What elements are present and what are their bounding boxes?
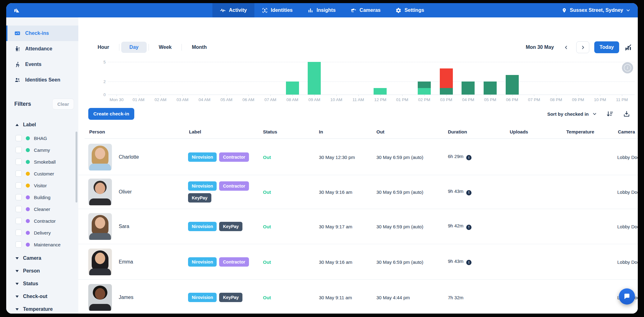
- label-filter-cammy[interactable]: Cammy: [16, 144, 61, 156]
- x-axis-tick: [556, 95, 556, 96]
- avatar[interactable]: [88, 213, 112, 240]
- label-filter-text: Cleaner: [34, 207, 50, 212]
- checkbox[interactable]: [16, 241, 22, 248]
- tab-activity[interactable]: Activity: [212, 3, 254, 17]
- label-filter-text: Building: [34, 195, 50, 200]
- filter-section-temperature[interactable]: Temperature: [16, 306, 53, 312]
- sidebar-item-identities-seen[interactable]: Identities Seen: [6, 72, 78, 88]
- avatar[interactable]: [88, 284, 112, 311]
- next-day-button[interactable]: [576, 41, 589, 53]
- checkbox[interactable]: [16, 194, 22, 200]
- checkbox[interactable]: [16, 182, 22, 189]
- avatar-shirt: [89, 164, 111, 170]
- y-axis-tick-label: 2: [87, 79, 106, 84]
- tab-insights[interactable]: Insights: [300, 3, 343, 17]
- label-badge-nirovision: Nirovision: [188, 222, 217, 231]
- table-row[interactable]: CharlotteNirovisionContractorOut30 May 1…: [78, 139, 638, 175]
- sidebar-item-check-ins[interactable]: Check-ins: [6, 26, 78, 41]
- tab-cameras[interactable]: Cameras: [343, 3, 388, 17]
- x-axis-tick-label: 10 PM: [594, 97, 606, 102]
- label-badge-nirovision: Nirovision: [188, 152, 217, 162]
- tab-label: Settings: [404, 7, 424, 13]
- range-tab-month[interactable]: Month: [184, 42, 215, 53]
- label-filter-bhag[interactable]: BHAG: [16, 132, 61, 144]
- avatar-face: [95, 148, 105, 159]
- create-checkin-button[interactable]: Create check-in: [88, 108, 134, 120]
- sort-dropdown[interactable]: Sort by checked in: [547, 111, 597, 117]
- label-filter-building[interactable]: Building: [16, 191, 61, 203]
- person-name: James: [119, 295, 133, 300]
- table-row[interactable]: OliverNirovisionContractorKeyPayOut30 Ma…: [78, 175, 638, 209]
- x-axis-tick-label: 06 AM: [242, 97, 254, 102]
- info-icon[interactable]: !: [466, 155, 472, 160]
- tab-settings[interactable]: Settings: [388, 3, 431, 17]
- sidebar-scrollbar[interactable]: [76, 132, 77, 203]
- info-icon[interactable]: !: [466, 190, 472, 195]
- sort-descending-icon[interactable]: [606, 110, 614, 118]
- collapse-triangle-icon: [16, 124, 19, 126]
- filter-section-status[interactable]: Status: [16, 281, 38, 287]
- filter-section-camera[interactable]: Camera: [16, 255, 41, 261]
- bar-checked-out-dark-green: [506, 75, 519, 95]
- chart-info-badge[interactable]: i: [622, 62, 633, 73]
- label-filter-contractor[interactable]: Contractor: [16, 215, 61, 227]
- label-filter-smokeball[interactable]: Smokeball: [16, 156, 61, 168]
- checkbox[interactable]: [16, 230, 22, 236]
- download-icon[interactable]: [623, 110, 630, 118]
- avatar[interactable]: [88, 249, 112, 275]
- range-tab-hour[interactable]: Hour: [90, 42, 117, 53]
- label-filter-list: BHAGCammySmokeballCustomerVisitorBuildin…: [16, 132, 61, 250]
- filter-section-person[interactable]: Person: [16, 268, 40, 274]
- table-header: PersonLabelStatusInOutDurationUploadsTem…: [78, 129, 638, 138]
- tab-identities[interactable]: Identities: [254, 3, 300, 17]
- checkbox[interactable]: [16, 206, 22, 212]
- sidebar-item-attendance[interactable]: Attendance: [6, 41, 78, 57]
- label-filter-text: Maintenance: [34, 242, 61, 247]
- label-filter-visitor[interactable]: Visitor: [16, 179, 61, 191]
- sidebar-item-events[interactable]: Events: [6, 57, 78, 72]
- checkbox[interactable]: [16, 170, 22, 177]
- checkout-time: 30 May 4:44 pm: [376, 295, 410, 300]
- x-axis-tick: [512, 95, 513, 96]
- clear-filters-button[interactable]: Clear: [52, 99, 74, 110]
- table-row[interactable]: JamesNirovisionKeyPayOut30 May 9:11 am30…: [78, 280, 638, 314]
- column-header-out: Out: [376, 129, 384, 134]
- avatar-face: [95, 288, 105, 300]
- label-filter-text: Delivery: [34, 230, 51, 235]
- checkbox[interactable]: [16, 218, 22, 224]
- label-filter-customer[interactable]: Customer: [16, 168, 61, 179]
- label-filter-text: Cammy: [34, 147, 50, 153]
- filter-section-check-out[interactable]: Check-out: [16, 294, 47, 299]
- checkbox[interactable]: [16, 135, 22, 141]
- checkbox[interactable]: [16, 147, 22, 153]
- label-filter-delivery[interactable]: Delivery: [16, 227, 61, 239]
- label-color-dot: [26, 184, 30, 188]
- avatar[interactable]: [88, 179, 112, 205]
- filter-section-title: Status: [23, 281, 38, 287]
- avatar[interactable]: [88, 144, 112, 170]
- avatar-shirt: [89, 233, 111, 240]
- tab-label: Identities: [271, 7, 292, 13]
- previous-day-button[interactable]: [561, 41, 571, 53]
- time-range-tabs: HourDayWeekMonth: [90, 41, 215, 54]
- nirovision-logo[interactable]: [12, 6, 21, 15]
- label-filter-maintenance[interactable]: Maintenance: [16, 239, 61, 250]
- location-selector[interactable]: Sussex Street, Sydney: [562, 3, 630, 17]
- checkbox[interactable]: [16, 159, 22, 165]
- avatar-face: [95, 217, 105, 229]
- info-icon[interactable]: !: [466, 260, 472, 265]
- x-axis-tick: [182, 95, 183, 96]
- today-button[interactable]: Today: [594, 41, 619, 53]
- chart-toggle-icon[interactable]: [624, 43, 632, 51]
- info-icon[interactable]: !: [466, 225, 472, 230]
- x-axis-tick-label: 04 PM: [462, 97, 474, 102]
- table-row[interactable]: SaraNirovisionKeyPayOut30 May 9:17 am30 …: [78, 209, 638, 244]
- info-circle-icon: i: [624, 64, 631, 72]
- chat-launcher-button[interactable]: [619, 288, 635, 305]
- table-row[interactable]: EmmaNirovisionContractorOut30 May 9:16 a…: [78, 244, 638, 280]
- label-section-toggle[interactable]: Label: [16, 122, 36, 128]
- range-tab-week[interactable]: Week: [151, 42, 180, 53]
- bar-checked-in-light-green: [374, 88, 387, 95]
- label-filter-cleaner[interactable]: Cleaner: [16, 203, 61, 215]
- range-tab-day[interactable]: Day: [121, 42, 146, 53]
